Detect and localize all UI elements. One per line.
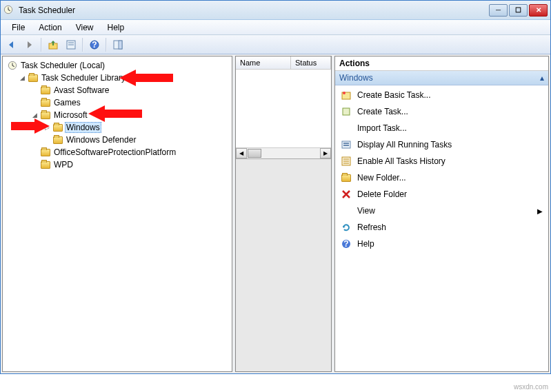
forward-arrow-icon <box>24 40 35 50</box>
collapse-icon: ▴ <box>540 73 544 83</box>
horizontal-scrollbar[interactable]: ◀ ▶ <box>236 147 331 158</box>
forward-button[interactable] <box>21 37 38 52</box>
list-pane: Name Status ◀ ▶ <box>235 56 332 372</box>
tree-microsoft-label: Microsoft <box>52 110 89 120</box>
tree-avast-label: Avast Software <box>52 85 110 95</box>
folder-icon <box>40 110 51 121</box>
import-icon <box>341 123 352 134</box>
toolbar-separator <box>82 38 83 52</box>
scroll-right-icon[interactable]: ▶ <box>320 148 331 158</box>
up-button[interactable] <box>45 37 61 52</box>
minimize-icon: ─ <box>496 6 501 14</box>
list-header: Name Status <box>236 56 331 70</box>
folder-icon <box>52 134 63 145</box>
titlebar: Task Scheduler ─ ☐ ✕ <box>1 1 550 20</box>
maximize-button[interactable]: ☐ <box>509 4 528 17</box>
task-scheduler-window: Task Scheduler ─ ☐ ✕ File Action View He… <box>0 0 551 374</box>
refresh-icon <box>341 222 352 233</box>
menu-file[interactable]: File <box>5 21 32 34</box>
action-import-task[interactable]: Import Task... <box>338 120 545 136</box>
menu-help[interactable]: Help <box>101 21 132 34</box>
action-view[interactable]: View ▶ <box>338 203 545 219</box>
window-title: Task Scheduler <box>19 6 489 15</box>
folder-icon <box>40 97 51 108</box>
action-delete-folder[interactable]: Delete Folder <box>338 186 545 203</box>
submenu-arrow-icon: ▶ <box>537 207 543 215</box>
tree-root-node[interactable]: Task Scheduler (Local) <box>6 59 229 72</box>
properties-button[interactable] <box>63 37 79 52</box>
tree-games-node[interactable]: Games <box>30 96 229 109</box>
action-label: Display All Running Tasks <box>357 140 452 149</box>
action-label: Help <box>357 239 374 249</box>
column-status[interactable]: Status <box>291 56 331 69</box>
action-pane-button[interactable] <box>110 37 126 52</box>
toolbar: ? <box>1 35 550 54</box>
help-icon: ? <box>89 39 100 50</box>
action-label: Enable All Tasks History <box>357 156 445 166</box>
back-arrow-icon <box>6 40 17 50</box>
folder-icon <box>52 122 63 133</box>
app-icon <box>3 5 14 16</box>
maximize-icon: ☐ <box>515 6 521 14</box>
actions-title: Actions <box>335 56 548 71</box>
action-label: Delete Folder <box>357 189 407 199</box>
toolbar-separator <box>41 38 42 52</box>
back-button[interactable] <box>3 37 20 52</box>
action-create-task[interactable]: Create Task... <box>338 103 545 120</box>
action-new-folder[interactable]: New Folder... <box>338 169 545 186</box>
tree-library-label: Task Scheduler Library <box>40 73 127 83</box>
tree-wpd-node[interactable]: WPD <box>30 158 229 171</box>
svg-rect-14 <box>343 143 349 144</box>
folder-icon <box>40 147 51 158</box>
tree-root-label: Task Scheduler (Local) <box>19 61 106 70</box>
folder-icon <box>28 72 39 83</box>
svg-text:?: ? <box>343 239 348 249</box>
action-label: New Folder... <box>357 173 406 183</box>
tree-ospp-node[interactable]: OfficeSoftwareProtectionPlatform <box>30 146 229 158</box>
close-button[interactable]: ✕ <box>529 4 548 17</box>
action-create-basic-task[interactable]: Create Basic Task... <box>338 87 545 103</box>
menu-view[interactable]: View <box>69 21 101 34</box>
collapse-icon[interactable]: ◢ <box>30 112 39 118</box>
help-icon: ? <box>341 238 352 249</box>
tree-defender-label: Windows Defender <box>65 135 137 145</box>
column-name[interactable]: Name <box>236 56 291 69</box>
folder-icon <box>40 85 51 96</box>
actions-section-label: Windows <box>339 73 373 83</box>
actions-section-header[interactable]: Windows ▴ <box>335 71 548 85</box>
action-label: View <box>357 206 375 216</box>
window-controls: ─ ☐ ✕ <box>489 4 548 17</box>
svg-point-11 <box>343 92 345 94</box>
properties-icon <box>66 39 77 50</box>
svg-text:?: ? <box>92 40 97 50</box>
list-body <box>236 70 331 147</box>
help-button[interactable]: ? <box>86 37 103 52</box>
tree-wpd-label: WPD <box>52 160 74 169</box>
tree-pane: Task Scheduler (Local) ◢ Task Scheduler … <box>2 56 232 372</box>
tree-windows-label: Windows <box>65 122 101 133</box>
svg-rect-15 <box>343 145 349 146</box>
action-refresh[interactable]: Refresh <box>338 219 545 236</box>
menu-action[interactable]: Action <box>32 21 68 34</box>
collapse-icon[interactable]: ◢ <box>18 74 26 81</box>
tree-microsoft-node[interactable]: ◢ Microsoft <box>30 109 229 121</box>
scroll-left-icon[interactable]: ◀ <box>236 148 247 158</box>
action-enable-history[interactable]: Enable All Tasks History <box>338 153 545 169</box>
action-help[interactable]: ? Help <box>338 236 545 252</box>
svg-rect-12 <box>343 108 350 115</box>
minimize-button[interactable]: ─ <box>489 4 508 17</box>
watermark: wsxdn.com <box>514 383 548 391</box>
tree-defender-node[interactable]: Windows Defender <box>43 134 229 146</box>
tree-avast-node[interactable]: Avast Software <box>30 84 229 96</box>
delete-icon <box>341 189 352 200</box>
action-display-running[interactable]: Display All Running Tasks <box>338 136 545 153</box>
menu-bar: File Action View Help <box>1 20 550 35</box>
actions-list: Create Basic Task... Create Task... Impo… <box>335 85 548 254</box>
clock-icon <box>7 60 18 71</box>
scroll-thumb[interactable] <box>248 149 261 158</box>
tree-library-node[interactable]: ◢ Task Scheduler Library <box>18 72 229 84</box>
tree-windows-node[interactable]: ▷ Windows <box>43 121 229 134</box>
action-label: Refresh <box>357 223 386 232</box>
expand-icon[interactable]: ▷ <box>43 124 51 131</box>
tree-games-label: Games <box>52 98 82 107</box>
